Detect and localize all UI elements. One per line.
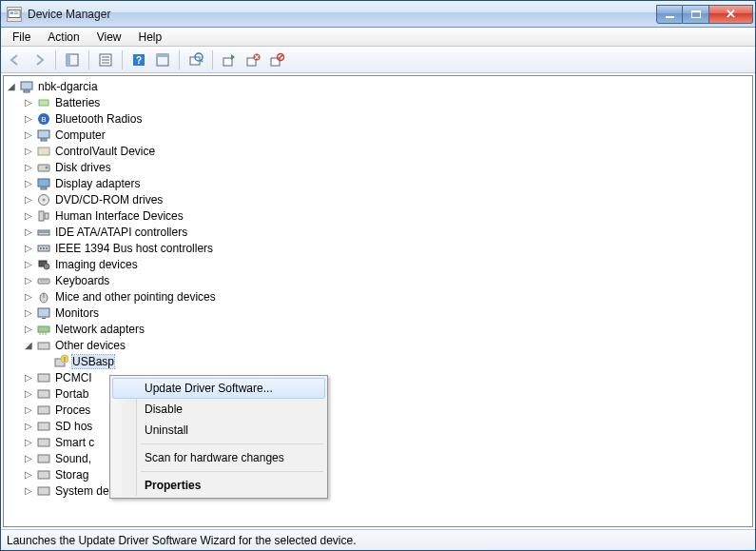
disable-button[interactable] bbox=[266, 49, 287, 70]
expand-icon[interactable]: ▷ bbox=[23, 307, 34, 319]
expand-icon[interactable]: ▷ bbox=[23, 243, 34, 254]
back-button[interactable] bbox=[5, 49, 26, 70]
title-bar[interactable]: Device Manager ✕ bbox=[1, 1, 755, 28]
svg-rect-64 bbox=[38, 390, 49, 398]
maximize-button[interactable] bbox=[683, 5, 709, 24]
tree-category[interactable]: ▷Computer bbox=[21, 127, 752, 143]
tree-category[interactable]: ▷Network adapters bbox=[21, 321, 752, 337]
category-icon bbox=[36, 322, 51, 337]
expand-icon[interactable]: ▷ bbox=[23, 97, 34, 108]
ctx-properties[interactable]: Properties bbox=[112, 475, 325, 496]
separator bbox=[55, 50, 56, 69]
svg-point-44 bbox=[40, 247, 42, 249]
help-button[interactable]: ? bbox=[128, 49, 149, 70]
svg-rect-26 bbox=[24, 90, 29, 92]
menu-file[interactable]: File bbox=[5, 29, 38, 46]
svg-rect-66 bbox=[38, 423, 49, 430]
show-hide-console-button[interactable] bbox=[62, 49, 83, 70]
category-icon bbox=[36, 419, 51, 434]
tree-category[interactable]: ▷Mice and other pointing devices bbox=[21, 288, 752, 305]
collapse-icon[interactable]: ◢ bbox=[6, 81, 17, 92]
tree-category[interactable]: ▷BBluetooth Radios bbox=[21, 110, 752, 127]
tree-category[interactable]: ▷Human Interface Devices bbox=[21, 207, 752, 224]
uninstall-button[interactable] bbox=[242, 49, 263, 70]
ctx-disable[interactable]: Disable bbox=[112, 399, 325, 420]
tree-category[interactable]: ▷Batteries bbox=[21, 94, 752, 110]
expand-icon[interactable]: ▷ bbox=[23, 453, 34, 464]
device-manager-window: Device Manager ✕ File Action View Help ? bbox=[0, 0, 756, 551]
svg-rect-30 bbox=[38, 130, 49, 138]
unknown-device-icon: ! bbox=[53, 354, 68, 369]
expand-icon[interactable]: ▷ bbox=[23, 388, 34, 400]
tree-category[interactable]: ▷IDE ATA/ATAPI controllers bbox=[21, 224, 752, 240]
expand-icon[interactable]: ▷ bbox=[23, 129, 34, 141]
svg-rect-3 bbox=[14, 13, 18, 14]
expand-icon[interactable]: ▷ bbox=[23, 178, 34, 189]
expand-icon[interactable]: ▷ bbox=[23, 404, 34, 416]
menu-help[interactable]: Help bbox=[131, 29, 170, 46]
scan-hardware-button[interactable] bbox=[185, 49, 206, 70]
tree-category[interactable]: ▷Monitors bbox=[21, 305, 752, 321]
tree-root[interactable]: ◢ nbk-dgarcia bbox=[4, 78, 752, 94]
ctx-update-driver[interactable]: Update Driver Software... bbox=[112, 378, 325, 399]
svg-point-38 bbox=[43, 198, 46, 201]
svg-rect-53 bbox=[38, 308, 49, 317]
category-icon bbox=[36, 386, 51, 402]
tree-category[interactable]: ▷Display adapters bbox=[21, 175, 752, 191]
menu-action[interactable]: Action bbox=[40, 29, 87, 46]
tree-item-label: Disk drives bbox=[55, 161, 111, 174]
expand-icon[interactable]: ▷ bbox=[23, 194, 34, 206]
svg-rect-2 bbox=[14, 11, 18, 12]
expand-icon[interactable]: ▷ bbox=[23, 291, 34, 303]
svg-point-34 bbox=[46, 166, 48, 168]
category-icon bbox=[36, 273, 51, 288]
svg-rect-31 bbox=[41, 139, 47, 141]
svg-rect-27 bbox=[39, 100, 48, 106]
expand-icon[interactable]: ▷ bbox=[23, 372, 34, 384]
expand-icon[interactable]: ▷ bbox=[23, 485, 34, 497]
action-button[interactable] bbox=[152, 49, 173, 70]
tree-device-usbasp[interactable]: !USBasp bbox=[38, 353, 752, 369]
svg-rect-5 bbox=[67, 54, 70, 66]
ctx-uninstall[interactable]: Uninstall bbox=[112, 420, 325, 441]
tree-category[interactable]: ▷Imaging devices bbox=[21, 256, 752, 272]
menu-view[interactable]: View bbox=[89, 29, 129, 46]
toolbar: ? bbox=[1, 47, 755, 73]
category-icon bbox=[36, 370, 51, 385]
tree-category[interactable]: ▷Disk drives bbox=[21, 159, 752, 175]
tree-item-label: Portab bbox=[55, 387, 88, 401]
expand-icon[interactable]: ▷ bbox=[23, 259, 34, 270]
expand-icon[interactable]: ▷ bbox=[23, 210, 34, 222]
tree-category-other-devices[interactable]: ◢Other devices bbox=[21, 337, 752, 353]
expand-icon[interactable]: ▷ bbox=[23, 146, 34, 157]
expand-icon[interactable]: ▷ bbox=[23, 113, 34, 125]
expand-icon[interactable]: ▷ bbox=[23, 421, 34, 432]
svg-rect-70 bbox=[38, 487, 49, 495]
collapse-icon[interactable]: ◢ bbox=[23, 340, 34, 351]
category-icon bbox=[36, 289, 51, 305]
tree-category[interactable]: ▷Keyboards bbox=[21, 272, 752, 288]
update-driver-button[interactable] bbox=[219, 49, 240, 70]
expand-icon[interactable]: ▷ bbox=[23, 275, 34, 286]
context-menu: Update Driver Software... Disable Uninst… bbox=[109, 375, 328, 499]
expand-icon[interactable]: ▷ bbox=[23, 437, 34, 448]
properties-button[interactable] bbox=[95, 49, 116, 70]
expand-icon[interactable]: ▷ bbox=[23, 469, 34, 481]
category-icon: B bbox=[36, 111, 51, 127]
tree-item-label: Computer bbox=[55, 128, 106, 142]
expand-icon[interactable]: ▷ bbox=[23, 226, 34, 238]
tree-root-label: nbk-dgarcia bbox=[38, 80, 98, 93]
expand-icon[interactable]: ▷ bbox=[23, 324, 34, 335]
tree-category[interactable]: ▷DVD/CD-ROM drives bbox=[21, 191, 752, 207]
tree-category[interactable]: ▷IEEE 1394 Bus host controllers bbox=[21, 240, 752, 256]
minimize-button[interactable] bbox=[656, 5, 683, 24]
separator bbox=[179, 50, 180, 69]
close-button[interactable]: ✕ bbox=[709, 5, 753, 24]
svg-line-16 bbox=[201, 60, 203, 62]
tree-item-label: Keyboards bbox=[55, 274, 109, 287]
forward-button[interactable] bbox=[29, 49, 49, 70]
svg-point-45 bbox=[43, 247, 45, 249]
expand-icon[interactable]: ▷ bbox=[23, 162, 34, 173]
ctx-scan-hardware[interactable]: Scan for hardware changes bbox=[112, 447, 325, 468]
tree-category[interactable]: ▷ControlVault Device bbox=[21, 143, 752, 159]
